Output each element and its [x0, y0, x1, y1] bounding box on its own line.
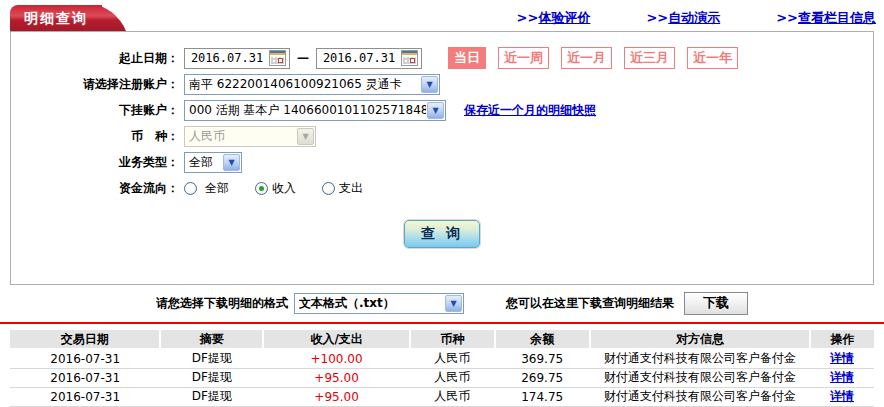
red-divider — [0, 322, 884, 324]
tab-detail-query[interactable]: 明细查询 — [10, 5, 102, 31]
cell-summary: DF提现 — [160, 349, 263, 368]
detail-query-page: 明细查询 >>体验评价 >>自动演示 >>查看栏目信息 起止日期： — 当日 近… — [0, 0, 884, 407]
quick-range-month-button[interactable]: 近一月 — [561, 47, 612, 69]
start-date-input[interactable] — [185, 51, 269, 65]
chevron-down-icon: ▼ — [445, 295, 462, 312]
business-type-label: 业务类型： — [11, 154, 184, 171]
business-type-row: 业务类型： 全部 ▼ — [11, 151, 873, 173]
link-label: 自动演示 — [668, 10, 720, 25]
sub-account-value: 000 活期 基本户 1406600101102571848 — [189, 102, 426, 119]
cell-balance: 369.75 — [495, 349, 590, 368]
cell-date: 2016-07-31 — [10, 387, 160, 406]
radio-unselected-icon — [184, 182, 197, 195]
calendar-icon[interactable] — [401, 50, 418, 66]
flow-option-label: 收入 — [272, 180, 296, 197]
cell-currency: 人民币 — [410, 387, 495, 406]
col-header-counterparty: 对方信息 — [590, 330, 810, 349]
detail-link[interactable]: 详情 — [830, 351, 854, 365]
chevrons-icon: >> — [517, 10, 539, 25]
fund-flow-row: 资金流向： 全部 收入 支出 — [11, 177, 873, 199]
link-view-column-info[interactable]: >>查看栏目信息 — [776, 9, 876, 27]
table-row: 2016-07-31 DF提现 +95.00 人民币 174.75 财付通支付科… — [10, 387, 874, 406]
currency-select-disabled: 人民币 ▼ — [184, 126, 316, 147]
cell-counterparty: 财付通支付科技有限公司客户备付金 — [590, 368, 810, 387]
sub-account-row: 下挂账户： 000 活期 基本户 1406600101102571848 ▼ 保… — [11, 99, 873, 121]
flow-option-label: 全部 — [205, 180, 229, 197]
date-separator: — — [297, 51, 309, 65]
download-format-label: 请您选择下载明细的格式 — [156, 295, 288, 312]
flow-option-income[interactable]: 收入 — [255, 180, 296, 197]
cell-balance: 174.75 — [495, 387, 590, 406]
cell-summary: DF提现 — [160, 368, 263, 387]
cell-action: 详情 — [810, 349, 874, 368]
register-account-select[interactable]: 南平 6222001406100921065 灵通卡 ▼ — [184, 74, 440, 95]
download-row: 请您选择下载明细的格式 文本格式（.txt） ▼ 您可以在这里下载查询明细结果 … — [0, 291, 884, 315]
date-range-label: 起止日期： — [11, 50, 184, 67]
business-type-value: 全部 — [189, 154, 222, 171]
results-table: 交易日期 摘要 收入/支出 币种 余额 对方信息 操作 2016-07-31 D… — [10, 330, 874, 407]
link-label: 查看栏目信息 — [798, 10, 876, 25]
detail-link[interactable]: 详情 — [830, 389, 854, 403]
download-button[interactable]: 下载 — [684, 292, 748, 315]
cell-action: 详情 — [810, 387, 874, 406]
link-experience-rating[interactable]: >>体验评价 — [517, 9, 591, 27]
chevrons-icon: >> — [776, 10, 798, 25]
quick-range-today-button[interactable]: 当日 — [448, 47, 486, 69]
quick-range-week-button[interactable]: 近一周 — [498, 47, 549, 69]
download-format-value: 文本格式（.txt） — [299, 295, 444, 312]
table-header-row: 交易日期 摘要 收入/支出 币种 余额 对方信息 操作 — [10, 330, 874, 349]
currency-row: 币 种： 人民币 ▼ — [11, 125, 873, 147]
cell-currency: 人民币 — [410, 368, 495, 387]
query-button[interactable]: 查 询 — [404, 220, 480, 248]
detail-link[interactable]: 详情 — [830, 370, 854, 384]
col-header-date: 交易日期 — [10, 330, 160, 349]
cell-amount: +100.00 — [263, 349, 410, 368]
col-header-action: 操作 — [810, 330, 874, 349]
end-date-box — [316, 48, 422, 69]
cell-counterparty: 财付通支付科技有限公司客户备付金 — [590, 387, 810, 406]
chevrons-icon: >> — [646, 10, 668, 25]
register-account-label: 请选择注册账户： — [11, 76, 184, 93]
flow-option-expense[interactable]: 支出 — [322, 180, 363, 197]
chevron-down-icon: ▼ — [223, 154, 240, 171]
cell-currency: 人民币 — [410, 349, 495, 368]
currency-label: 币 种： — [11, 128, 184, 145]
col-header-summary: 摘要 — [160, 330, 263, 349]
flow-option-all[interactable]: 全部 — [184, 180, 229, 197]
col-header-balance: 余额 — [495, 330, 590, 349]
calendar-icon[interactable] — [269, 50, 286, 66]
link-label: 体验评价 — [538, 10, 590, 25]
business-type-select[interactable]: 全部 ▼ — [184, 152, 242, 173]
table-row: 2016-07-31 DF提现 +100.00 人民币 369.75 财付通支付… — [10, 349, 874, 368]
query-form-panel: 起止日期： — 当日 近一周 近一月 近三月 近一年 请选择注册账户： 南平 6… — [10, 31, 874, 285]
cell-summary: DF提现 — [160, 387, 263, 406]
cell-amount: +95.00 — [263, 368, 410, 387]
save-snapshot-link[interactable]: 保存近一个月的明细快照 — [464, 102, 596, 119]
link-auto-demo[interactable]: >>自动演示 — [646, 9, 720, 27]
cell-amount: +95.00 — [263, 387, 410, 406]
end-date-input[interactable] — [317, 51, 401, 65]
table-row: 2016-07-31 DF提现 +95.00 人民币 269.75 财付通支付科… — [10, 368, 874, 387]
radio-selected-icon — [255, 182, 268, 195]
header-links: >>体验评价 >>自动演示 >>查看栏目信息 — [517, 9, 876, 27]
download-format-select[interactable]: 文本格式（.txt） ▼ — [294, 293, 464, 314]
quick-range-year-button[interactable]: 近一年 — [687, 47, 738, 69]
cell-action: 详情 — [810, 368, 874, 387]
cell-counterparty: 财付通支付科技有限公司客户备付金 — [590, 349, 810, 368]
cell-date: 2016-07-31 — [10, 368, 160, 387]
register-account-value: 南平 6222001406100921065 灵通卡 — [189, 76, 420, 93]
quick-range-3months-button[interactable]: 近三月 — [624, 47, 675, 69]
chevron-down-icon: ▼ — [427, 102, 444, 119]
sub-account-label: 下挂账户： — [11, 102, 184, 119]
currency-value: 人民币 — [189, 128, 296, 145]
sub-account-select[interactable]: 000 活期 基本户 1406600101102571848 ▼ — [184, 100, 446, 121]
chevron-down-icon: ▼ — [421, 76, 438, 93]
cell-date: 2016-07-31 — [10, 349, 160, 368]
date-range-row: 起止日期： — 当日 近一周 近一月 近三月 近一年 — [11, 47, 873, 69]
start-date-box — [184, 48, 290, 69]
page-title: 明细查询 — [24, 10, 88, 26]
register-account-row: 请选择注册账户： 南平 6222001406100921065 灵通卡 ▼ — [11, 73, 873, 95]
fund-flow-label: 资金流向： — [11, 180, 184, 197]
download-hint: 您可以在这里下载查询明细结果 — [506, 295, 674, 312]
radio-unselected-icon — [322, 182, 335, 195]
